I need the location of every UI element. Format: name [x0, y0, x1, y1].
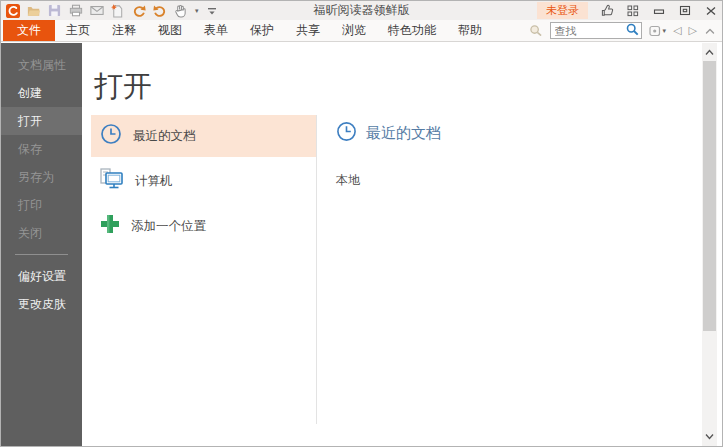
backstage-view: 文档属性 创建 打开 保存 另存为 打印 关闭 偏好设置 更改皮肤 打开 最近的…	[1, 43, 722, 446]
collapse-ribbon-icon[interactable]	[704, 22, 716, 40]
tab-features[interactable]: 特色功能	[377, 20, 447, 41]
sidebar-item-print: 打印	[1, 191, 82, 219]
redo-icon[interactable]	[152, 3, 167, 18]
scroll-up-icon[interactable]	[702, 45, 717, 60]
foxit-logo-icon[interactable]	[5, 3, 20, 18]
login-button[interactable]: 未登录	[537, 2, 588, 19]
hand-tool-icon[interactable]	[173, 3, 188, 18]
open-page: 打开 最近的文档 计算机	[82, 43, 702, 446]
backstage-sidebar: 文档属性 创建 打开 保存 另存为 打印 关闭 偏好设置 更改皮肤	[1, 43, 82, 446]
print-icon[interactable]	[68, 3, 83, 18]
sidebar-item-close: 关闭	[1, 219, 82, 247]
smart-search-icon	[529, 22, 543, 40]
clock-icon	[100, 123, 122, 149]
sidebar-item-open[interactable]: 打开	[1, 107, 82, 135]
undo-icon[interactable]	[131, 3, 146, 18]
location-computer[interactable]: 计算机	[91, 160, 316, 202]
restore-button[interactable]	[678, 4, 692, 17]
tab-view[interactable]: 视图	[147, 20, 193, 41]
location-label: 最近的文档	[133, 128, 196, 145]
tab-form[interactable]: 表单	[193, 20, 239, 41]
tab-file[interactable]: 文件	[3, 20, 55, 41]
find-options-caret-icon: ▾	[663, 27, 667, 35]
tab-layout-grid-icon[interactable]	[626, 4, 640, 17]
scrollbar-thumb[interactable]	[703, 61, 716, 331]
ribbon-tab-bar: 文件 主页 注释 视图 表单 保护 共享 浏览 特色功能 帮助 ▾ ◁ ▷	[1, 20, 722, 42]
recent-documents-panel: 最近的文档 本地	[336, 121, 688, 189]
location-recent-documents[interactable]: 最近的文档	[91, 115, 316, 157]
tab-home[interactable]: 主页	[55, 20, 101, 41]
location-add-a-place[interactable]: 添加一个位置	[91, 205, 316, 247]
find-toolbar: ▾ ◁ ▷	[529, 20, 722, 41]
titlebar-right-controls: 未登录	[537, 2, 718, 19]
sidebar-divider	[15, 254, 68, 255]
vertical-scrollbar[interactable]	[702, 43, 717, 446]
tab-help[interactable]: 帮助	[447, 20, 493, 41]
previous-view-icon[interactable]: ◁	[673, 25, 681, 36]
tab-browse[interactable]: 浏览	[331, 20, 377, 41]
app-window: ▾ 福昕阅读器领鲜版 未登录 文件	[0, 0, 723, 447]
sidebar-item-create[interactable]: 创建	[1, 79, 82, 107]
minimize-button[interactable]	[652, 4, 666, 17]
title-bar: ▾ 福昕阅读器领鲜版 未登录	[1, 1, 722, 20]
recent-group-local: 本地	[336, 172, 688, 189]
tab-protect[interactable]: 保护	[239, 20, 285, 41]
computer-icon	[100, 168, 124, 194]
panel-divider	[316, 115, 317, 424]
thumbs-up-icon[interactable]	[600, 4, 614, 17]
customize-quick-access-icon[interactable]	[205, 3, 220, 18]
location-label: 计算机	[135, 173, 173, 190]
tab-share[interactable]: 共享	[285, 20, 331, 41]
clock-icon	[336, 121, 357, 146]
sidebar-item-save-as: 另存为	[1, 163, 82, 191]
save-icon[interactable]	[47, 3, 62, 18]
scroll-down-icon[interactable]	[702, 429, 717, 444]
close-button[interactable]	[704, 4, 718, 17]
sidebar-item-preferences[interactable]: 偏好设置	[1, 262, 82, 290]
open-file-icon[interactable]	[26, 3, 41, 18]
open-locations-list: 最近的文档 计算机 添加一个位置	[91, 115, 316, 250]
create-pdf-icon[interactable]	[110, 3, 125, 18]
find-box	[550, 22, 642, 39]
find-search-icon[interactable]	[626, 22, 639, 40]
page-title: 打开	[94, 67, 152, 107]
sidebar-item-save: 保存	[1, 135, 82, 163]
hand-tool-dropdown-icon[interactable]: ▾	[195, 7, 199, 15]
tab-comment[interactable]: 注释	[101, 20, 147, 41]
next-view-icon[interactable]: ▷	[689, 25, 697, 36]
plus-icon	[100, 214, 120, 238]
recent-documents-title: 最近的文档	[366, 124, 441, 143]
quick-access-toolbar: ▾	[5, 3, 220, 18]
sidebar-item-change-skin[interactable]: 更改皮肤	[1, 290, 82, 318]
email-icon[interactable]	[89, 3, 104, 18]
find-options-button[interactable]: ▾	[649, 25, 667, 37]
recent-documents-header: 最近的文档	[336, 121, 688, 146]
location-label: 添加一个位置	[131, 218, 206, 235]
sidebar-item-document-properties: 文档属性	[1, 51, 82, 79]
find-input[interactable]	[555, 25, 626, 37]
